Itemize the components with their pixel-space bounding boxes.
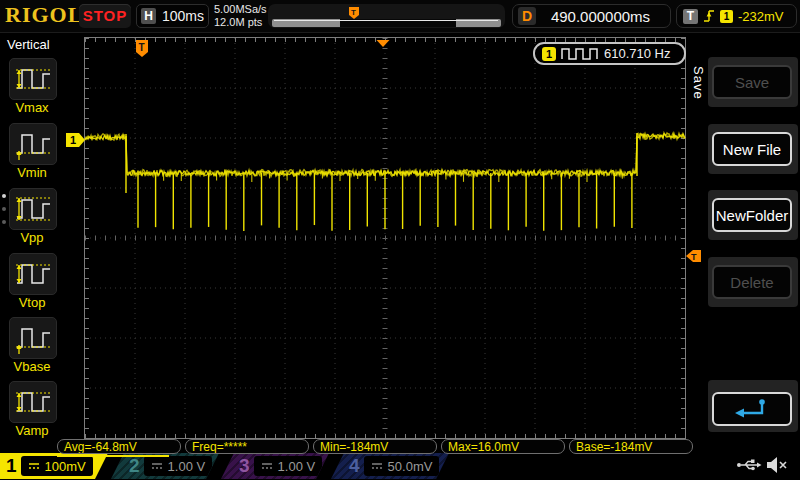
measurement-item-2[interactable]: Freq=***** xyxy=(185,439,309,454)
trigger-position-marker[interactable]: T xyxy=(136,40,148,57)
waveform-display: 1TT xyxy=(0,0,800,480)
measurement-item-3[interactable]: Min=-184mV xyxy=(313,439,437,454)
measurement-selected-underline xyxy=(57,455,169,457)
counter-frequency-value: 610.710 Hz xyxy=(604,46,671,61)
svg-text:T: T xyxy=(691,252,697,262)
measurement-item-4[interactable]: Max=16.0mV xyxy=(441,439,565,454)
horizontal-center-marker xyxy=(377,40,390,47)
oscilloscope-screen: 1TT RIGOL STOP H 100ms 5.00MSa/s 12.0M p… xyxy=(0,0,800,480)
trigger-level-marker[interactable]: T xyxy=(686,250,701,262)
measurement-item-5[interactable]: Base=-184mV xyxy=(569,439,693,454)
counter-channel-badge: 1 xyxy=(542,47,556,61)
svg-text:T: T xyxy=(139,42,145,53)
square-wave-icon xyxy=(561,47,599,60)
frequency-counter: 1 610.710 Hz xyxy=(533,42,686,65)
svg-text:1: 1 xyxy=(70,134,76,146)
channel1-reference-marker[interactable]: 1 xyxy=(66,133,85,147)
measurement-item-1[interactable]: Avg=-64.8mV xyxy=(57,439,181,454)
